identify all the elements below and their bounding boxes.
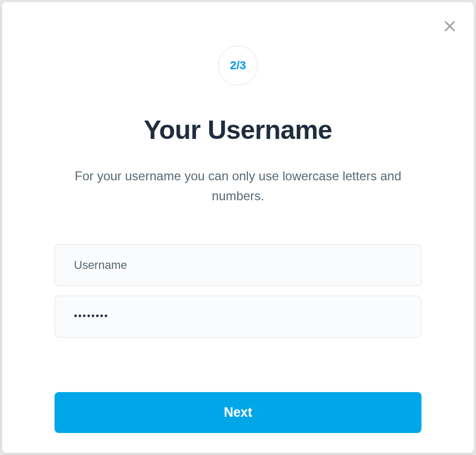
signup-form: Next [55,244,421,433]
modal-subtitle: For your username you can only use lower… [55,166,421,207]
username-input[interactable] [55,244,421,286]
close-icon [442,19,457,34]
step-text: 2/3 [230,59,246,72]
password-input[interactable] [55,296,421,338]
close-button[interactable] [440,17,459,36]
step-indicator: 2/3 [218,46,258,85]
modal-title: Your Username [55,115,421,145]
next-button[interactable]: Next [55,392,421,433]
modal-content: Your Username For your username you can … [55,115,421,433]
signup-modal: 2/3 Your Username For your username you … [2,2,474,453]
